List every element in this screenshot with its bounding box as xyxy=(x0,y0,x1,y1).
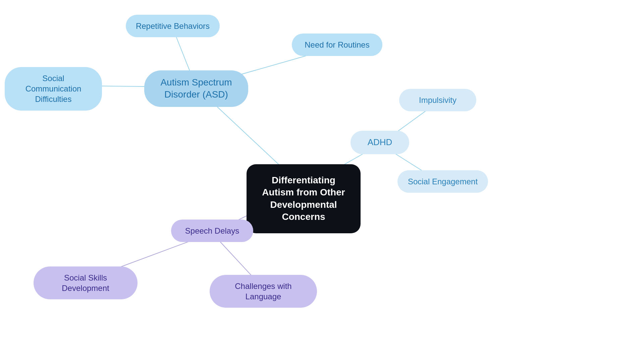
social-skills-node: Social Skills Development xyxy=(34,266,138,299)
repetitive-behaviors-node: Repetitive Behaviors xyxy=(126,15,220,37)
need-for-routines-node: Need for Routines xyxy=(292,34,382,56)
challenges-language-node: Challenges with Language xyxy=(210,275,317,308)
impulsivity-node: Impulsivity xyxy=(399,89,476,111)
speech-delays-node: Speech Delays xyxy=(171,220,253,242)
adhd-node: ADHD xyxy=(351,131,409,154)
social-engagement-node: Social Engagement xyxy=(397,170,488,193)
asd-node: Autism Spectrum Disorder (ASD) xyxy=(144,70,248,107)
center-node: Differentiating Autism from Other Develo… xyxy=(247,164,361,233)
social-communication-node: Social Communication Difficulties xyxy=(5,67,102,111)
